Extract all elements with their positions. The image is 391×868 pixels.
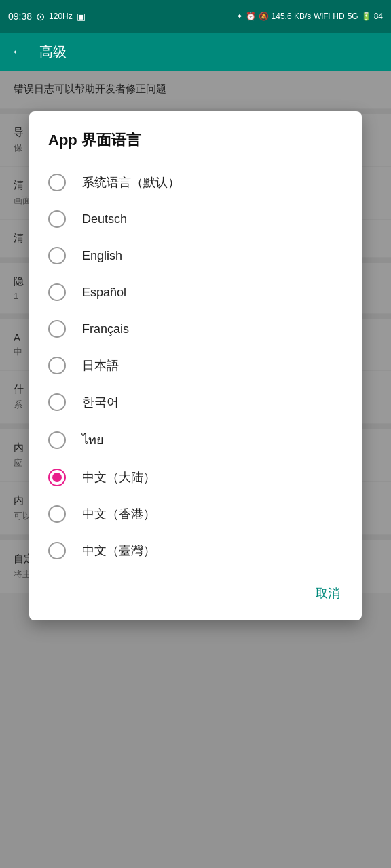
radio-label-chinese-tw: 中文（臺灣） — [82, 542, 155, 559]
dialog-options-list: 系统语言（默认）DeutschEnglishEspañolFrançais日本語… — [29, 164, 362, 569]
speed-label: 145.6 KB/s — [272, 12, 312, 21]
status-bar: 09:38 ⊙ 120Hz ▣ ✦ ⏰ 🔕 145.6 KB/s WiFi HD… — [0, 0, 391, 33]
radio-option-chinese-tw[interactable]: 中文（臺灣） — [48, 532, 343, 569]
radio-circle-chinese-hk — [48, 505, 66, 523]
radio-circle-francais — [48, 320, 66, 338]
settings-background: 错误日志可以帮助开发者修正问题 导 保 清 画面取 清 隐 1 A 中 什 系 … — [0, 71, 391, 868]
radio-label-korean: 한국어 — [82, 394, 119, 410]
radio-label-english: English — [82, 249, 122, 263]
radio-circle-english — [48, 247, 66, 264]
radio-option-deutsch[interactable]: Deutsch — [48, 201, 343, 237]
status-right: ✦ ⏰ 🔕 145.6 KB/s WiFi HD 5G 🔋 84 — [236, 12, 383, 21]
radio-label-chinese-hk: 中文（香港） — [82, 506, 155, 522]
radio-label-thai: ไทย — [82, 430, 104, 450]
radio-circle-japanese — [48, 357, 66, 374]
status-left: 09:38 ⊙ 120Hz ▣ — [8, 10, 86, 23]
radio-label-japanese: 日本語 — [82, 357, 119, 374]
radio-option-francais[interactable]: Français — [48, 311, 343, 347]
radio-option-korean[interactable]: 한국어 — [48, 384, 343, 420]
cancel-button[interactable]: 取消 — [313, 580, 343, 607]
radio-label-francais: Français — [82, 322, 129, 336]
dialog-actions: 取消 — [29, 569, 362, 620]
radio-circle-system — [48, 174, 66, 191]
mute-icon: 🔕 — [259, 12, 269, 21]
alarm-icon: ⏰ — [246, 12, 256, 21]
radio-option-thai[interactable]: ไทย — [48, 420, 343, 459]
radio-option-espanol[interactable]: Español — [48, 274, 343, 311]
radio-circle-thai — [48, 431, 66, 449]
wifi-icon: WiFi — [314, 12, 330, 21]
status-icon-square: ▣ — [77, 11, 86, 22]
radio-option-system[interactable]: 系统语言（默认） — [48, 164, 343, 201]
radio-circle-chinese-tw — [48, 542, 66, 559]
radio-option-english[interactable]: English — [48, 237, 343, 274]
dialog-overlay: App 界面语言 系统语言（默认）DeutschEnglishEspañolFr… — [0, 71, 391, 868]
battery-label: 🔋 — [361, 12, 371, 21]
radio-label-espanol: Español — [82, 285, 126, 300]
radio-label-deutsch: Deutsch — [82, 212, 127, 226]
radio-circle-korean — [48, 393, 66, 411]
battery-percent: 84 — [374, 12, 383, 21]
radio-label-system: 系统语言（默认） — [82, 174, 180, 191]
status-hz: 120Hz — [49, 12, 73, 21]
language-dialog: App 界面语言 系统语言（默认）DeutschEnglishEspañolFr… — [29, 111, 362, 620]
bluetooth-icon: ✦ — [236, 12, 243, 21]
radio-circle-chinese-cn — [48, 469, 66, 486]
radio-option-japanese[interactable]: 日本語 — [48, 347, 343, 384]
hd-badge: HD — [333, 12, 344, 21]
radio-label-chinese-cn: 中文（大陆） — [82, 469, 155, 486]
app-bar: ← 高级 — [0, 33, 391, 71]
radio-option-chinese-cn[interactable]: 中文（大陆） — [48, 459, 343, 496]
radio-circle-deutsch — [48, 210, 66, 228]
dialog-title: App 界面语言 — [29, 111, 362, 164]
status-time: 09:38 — [8, 11, 32, 22]
back-button[interactable]: ← — [11, 43, 26, 60]
status-icon-circle: ⊙ — [36, 10, 45, 23]
page-title: 高级 — [39, 43, 67, 61]
radio-option-chinese-hk[interactable]: 中文（香港） — [48, 496, 343, 532]
radio-circle-espanol — [48, 283, 66, 301]
radio-inner-chinese-cn — [52, 473, 62, 482]
signal-label: 5G — [348, 12, 358, 21]
